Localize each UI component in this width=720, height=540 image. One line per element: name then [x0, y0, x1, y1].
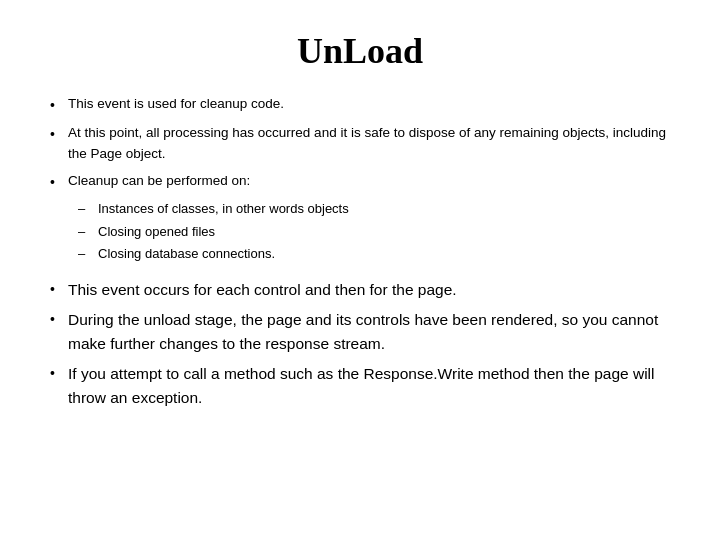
top-bullet-list: • This event is used for cleanup code. •… [50, 94, 670, 272]
content-area: • This event is used for cleanup code. •… [50, 94, 670, 416]
sub-bullet-text: Closing database connections. [98, 244, 670, 264]
dash-symbol: – [78, 244, 98, 264]
list-item: • This event occurs for each control and… [50, 278, 670, 302]
dash-symbol: – [78, 222, 98, 242]
bullet-dot: • [50, 363, 68, 385]
large-bullet-text: During the unload stage, the page and it… [68, 308, 670, 356]
bullet-dot: • [50, 279, 68, 301]
bullet-text: This event is used for cleanup code. [68, 94, 670, 115]
list-item: – Closing opened files [78, 222, 670, 242]
bullet-dot: • [50, 95, 68, 117]
sub-bullet-text: Closing opened files [98, 222, 670, 242]
list-item: • During the unload stage, the page and … [50, 308, 670, 356]
list-item: • This event is used for cleanup code. [50, 94, 670, 117]
sub-bullet-text: Instances of classes, in other words obj… [98, 199, 670, 219]
page-container: UnLoad • This event is used for cleanup … [0, 0, 720, 540]
large-bullet-text: If you attempt to call a method such as … [68, 362, 670, 410]
bullet-dot: • [50, 172, 68, 194]
bullet-text: Cleanup can be performed on: – Instances… [68, 171, 670, 272]
large-bullet-text: This event occurs for each control and t… [68, 278, 670, 302]
large-bullet-list: • This event occurs for each control and… [50, 278, 670, 410]
bullet-dot: • [50, 309, 68, 331]
bullet-dot: • [50, 124, 68, 146]
dash-symbol: – [78, 199, 98, 219]
list-item: – Instances of classes, in other words o… [78, 199, 670, 219]
bullet-text: At this point, all processing has occurr… [68, 123, 670, 165]
list-item: – Closing database connections. [78, 244, 670, 264]
sub-bullet-list: – Instances of classes, in other words o… [78, 199, 670, 264]
list-item: • At this point, all processing has occu… [50, 123, 670, 165]
list-item: • Cleanup can be performed on: – Instanc… [50, 171, 670, 272]
page-title: UnLoad [50, 30, 670, 72]
list-item: • If you attempt to call a method such a… [50, 362, 670, 410]
